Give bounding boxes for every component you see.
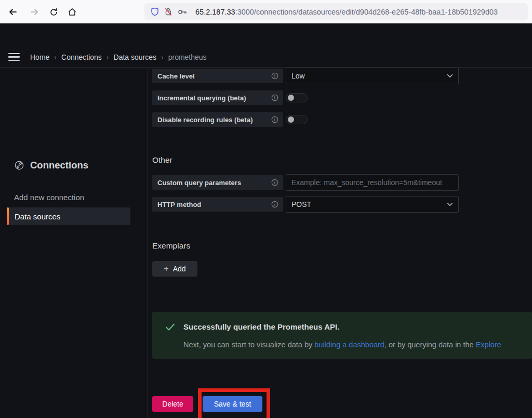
disable-recording-rules-label: Disable recording rules (beta): [152, 112, 283, 127]
key-icon[interactable]: [178, 8, 187, 16]
browser-forward-icon[interactable]: [29, 6, 40, 18]
toggle-knob: [288, 95, 294, 101]
toggle-knob: [288, 116, 294, 123]
add-button-label: Add: [173, 265, 186, 273]
select-value: Low: [291, 72, 305, 80]
sidebar-item-add-new-connection[interactable]: Add new connection: [14, 193, 84, 202]
info-icon[interactable]: [271, 94, 278, 101]
grafana-topnav: Search or jump to... ctrl+k: [0, 23, 532, 47]
incremental-querying-toggle[interactable]: [286, 93, 308, 102]
browser-home-icon[interactable]: [66, 6, 78, 18]
custom-query-parameters-label: Custom query parameters: [152, 175, 283, 190]
alert-body-prefix: Next, you can start to visualize data by: [183, 341, 314, 349]
chevron-right-icon: ›: [161, 53, 164, 61]
insecure-lock-icon[interactable]: [164, 7, 172, 16]
alert-body-middle: , or by querying data in the: [384, 341, 476, 349]
browser-back-icon[interactable]: [7, 6, 19, 18]
custom-query-parameters-input[interactable]: [286, 174, 459, 191]
http-method-select[interactable]: POST: [286, 196, 459, 213]
sidebar: Connections Add new connection Data sour…: [0, 68, 148, 418]
explore-link[interactable]: Explore: [476, 341, 501, 349]
sidebar-item-data-sources[interactable]: Data sources: [7, 207, 130, 225]
select-value: POST: [291, 200, 311, 208]
breadcrumb-item-connections[interactable]: Connections: [61, 53, 102, 61]
active-indicator: [7, 207, 9, 225]
browser-toolbar: 65.2.187.33:3000/connections/datasources…: [0, 0, 532, 24]
chevron-right-icon: ›: [54, 53, 57, 61]
field-label-text: Cache level: [157, 72, 195, 80]
url-host: 65.2.187.33: [195, 8, 235, 16]
field-label-text: HTTP method: [157, 201, 201, 208]
building-a-dashboard-link[interactable]: building a dashboard: [314, 341, 384, 349]
info-icon[interactable]: [271, 116, 278, 123]
sidebar-section-header: Connections: [14, 160, 88, 171]
info-icon[interactable]: [271, 72, 278, 80]
breadcrumb: Home › Connections › Data sources › prom…: [30, 53, 207, 61]
disable-recording-rules-toggle[interactable]: [286, 115, 308, 124]
delete-button[interactable]: Delete: [152, 396, 193, 412]
other-section-heading: Other: [152, 155, 172, 165]
field-label-text: Incremental querying (beta): [157, 94, 246, 102]
alert-body: Next, you can start to visualize data by…: [183, 341, 501, 349]
cache-level-label: Cache level: [152, 69, 283, 83]
chevron-down-icon: [447, 202, 453, 206]
incremental-querying-label: Incremental querying (beta): [152, 90, 283, 105]
url-path: :3000/connections/datasources/edit/d904d…: [235, 8, 498, 16]
field-label-text: Disable recording rules (beta): [157, 116, 253, 124]
check-icon: [165, 323, 175, 331]
alert-title: Successfully queried the Prometheus API.: [183, 322, 339, 331]
cache-level-select[interactable]: Low: [286, 68, 459, 84]
success-alert: Successfully queried the Prometheus API.…: [152, 312, 532, 359]
save-and-test-button[interactable]: Save & test: [203, 396, 262, 412]
url-text: 65.2.187.33:3000/connections/datasources…: [195, 8, 498, 16]
breadcrumb-item-data-sources[interactable]: Data sources: [114, 53, 156, 61]
menu-icon[interactable]: [8, 53, 20, 61]
plus-icon: +: [164, 265, 168, 273]
exemplars-section-heading: Exemplars: [152, 241, 190, 251]
sidebar-title: Connections: [30, 160, 88, 171]
chevron-down-icon: [447, 74, 453, 78]
breadcrumb-bar: Home › Connections › Data sources › prom…: [0, 47, 532, 68]
info-icon[interactable]: [271, 179, 278, 186]
breadcrumb-item-prometheus: prometheus: [168, 53, 207, 61]
http-method-label: HTTP method: [152, 197, 283, 212]
url-bar[interactable]: 65.2.187.33:3000/connections/datasources…: [144, 3, 528, 20]
shield-icon[interactable]: [151, 7, 159, 16]
info-icon[interactable]: [271, 201, 278, 208]
browser-reload-icon[interactable]: [48, 6, 59, 18]
breadcrumb-item-home[interactable]: Home: [30, 53, 49, 61]
connections-icon: [14, 160, 24, 171]
sidebar-item-label: Data sources: [15, 212, 60, 221]
add-exemplar-button[interactable]: + Add: [152, 261, 197, 277]
chevron-right-icon: ›: [107, 53, 109, 61]
field-label-text: Custom query parameters: [157, 179, 241, 187]
